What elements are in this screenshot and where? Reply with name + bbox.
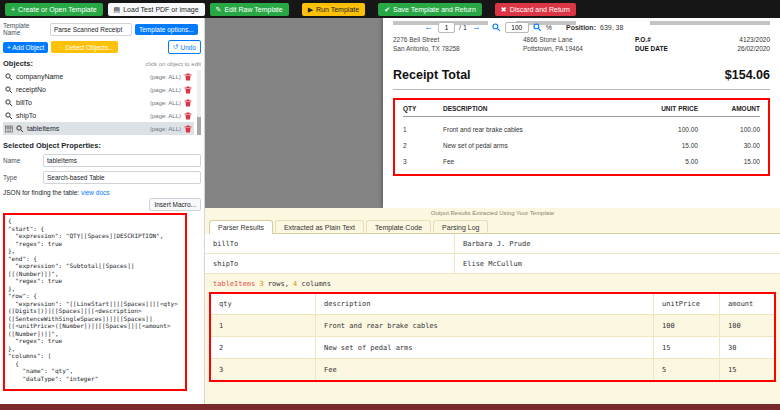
run-template-button[interactable]: ▶ Run Template [302, 3, 365, 16]
doc-table-row: 3 Fee 5.00 15.00 [403, 158, 760, 165]
template-name-label: Template Name [3, 22, 47, 36]
viewer-toolbar: ← / 1 → % Position: 639, 38 [423, 22, 623, 33]
due-date-value: 26/02/2020 [737, 44, 770, 53]
object-page-label: (page: ALL) [150, 113, 181, 119]
bottom-edge-bar [0, 404, 780, 410]
object-type-input [43, 171, 201, 184]
trash-icon[interactable] [184, 112, 192, 120]
load-test-pdf-button[interactable]: ▤ Load Test PDF or image [108, 3, 205, 16]
trash-icon[interactable] [184, 125, 192, 133]
object-name: billTo [16, 99, 32, 106]
object-row-billTo[interactable]: billTo (page: ALL) [3, 96, 194, 109]
parsed-fields: billTo Barbara J. Prude shipTo Elise McC… [205, 234, 780, 274]
search-icon [5, 99, 13, 107]
object-page-label: (page: ALL) [150, 126, 181, 132]
objects-hint: click on object to edit [145, 61, 201, 67]
type-field-label: Type [3, 174, 39, 181]
parsed-table-row: 1 Front and rear brake cables 100 100 [211, 314, 774, 336]
objects-list: companyName (page: ALL) receiptNo (page:… [3, 70, 201, 135]
play-icon: ▶ [308, 6, 313, 13]
object-row-tableItems[interactable]: tableItems (page: ALL) [3, 122, 194, 135]
zoom-out-icon[interactable] [492, 23, 501, 32]
view-docs-link[interactable]: view docs [81, 189, 110, 196]
document-page[interactable]: 2276 Bell Street San Antonio, TX 78258 4… [383, 18, 780, 208]
plus-icon: + [11, 6, 15, 13]
receipt-total-value: $154.06 [725, 68, 770, 82]
undo-label: Undo [180, 44, 196, 51]
save-icon: ✔ [384, 6, 390, 13]
objects-scrollbar[interactable] [197, 70, 201, 135]
selected-object-properties-title: Selected Object Properties: [3, 141, 201, 150]
top-toolbar: + Create or Open Template ▤ Load Test PD… [0, 0, 780, 18]
undo-button[interactable]: ↺ Undo [168, 40, 201, 54]
bill-address-line2: San Antonio, TX 78258 [393, 44, 523, 53]
run-label: Run Template [316, 6, 359, 13]
doc-table-row: 1 Front and rear brake cables 100.00 100… [403, 126, 760, 133]
next-page-button[interactable]: → [471, 23, 482, 32]
prev-page-button[interactable]: ← [423, 23, 434, 32]
detect-objects-button[interactable]: ⚡ Detect Objects... [51, 41, 117, 53]
doc-col-amount: AMOUNT [698, 105, 760, 112]
ship-address-line2: Pottstown, PA 19464 [523, 44, 635, 53]
po-number-value: 4123/2020 [739, 35, 770, 44]
edit-raw-template-button[interactable]: ✎ Edit Raw Template [210, 3, 289, 16]
object-name: tableItems [27, 125, 59, 132]
trash-icon[interactable] [184, 99, 192, 107]
page-number-input[interactable] [438, 22, 455, 33]
undo-icon: ↺ [173, 43, 178, 51]
col-qty: qty [211, 294, 316, 314]
template-options-button[interactable]: Template options... [135, 24, 198, 35]
parsed-table-row: 2 New set of pedal arms 15 30 [211, 336, 774, 358]
create-or-open-label: Create or Open Template [18, 6, 96, 13]
doc-col-qty: QTY [403, 105, 443, 112]
doc-col-unit-price: UNIT PRICE [626, 105, 698, 112]
col-description: description [316, 294, 654, 314]
tab-extracted-plain-text[interactable]: Extracted as Plain Text [275, 220, 364, 234]
parsed-table-row: 3 Fee 5 15 [211, 358, 774, 380]
position-label: Position: [566, 24, 596, 31]
detect-icon: ⚡ [55, 43, 63, 51]
object-row-shipTo[interactable]: shipTo (page: ALL) [3, 109, 194, 122]
parsed-table-header-row: qty description unitPrice amount [211, 294, 774, 314]
object-name-input[interactable] [43, 154, 201, 167]
object-row-companyName[interactable]: companyName (page: ALL) [3, 70, 194, 83]
load-test-label: Load Test PDF or image [123, 6, 198, 13]
add-object-button[interactable]: + Add Object [3, 42, 48, 53]
discard-button[interactable]: ✖ Discard and Return [495, 3, 576, 16]
save-template-button[interactable]: ✔ Save Template and Return [378, 3, 482, 16]
ship-address-line1: 4866 Stone Lane [523, 35, 635, 44]
object-page-label: (page: ALL) [150, 87, 181, 93]
document-items-table-highlight: QTY DESCRIPTION UNIT PRICE AMOUNT 1 Fron… [393, 98, 770, 176]
doc-table-header-row: QTY DESCRIPTION UNIT PRICE AMOUNT [403, 105, 760, 117]
zoom-level-input[interactable] [505, 22, 529, 33]
table-icon [5, 125, 13, 133]
col-amount: amount [720, 294, 774, 314]
search-icon [5, 112, 13, 120]
address-block: 2276 Bell Street San Antonio, TX 78258 4… [393, 35, 770, 53]
tab-parser-results[interactable]: Parser Results [209, 220, 273, 234]
trash-icon[interactable] [184, 86, 192, 94]
object-name: companyName [16, 73, 63, 80]
insert-macro-button[interactable]: Insert Macro... [149, 198, 201, 211]
field-row-shipTo: shipTo Elise McCullum [205, 254, 780, 274]
field-row-billTo: billTo Barbara J. Prude [205, 234, 780, 254]
field-key: shipTo [205, 254, 455, 273]
app-window: + Create or Open Template ▤ Load Test PD… [0, 0, 780, 410]
object-row-receiptNo[interactable]: receiptNo (page: ALL) [3, 83, 194, 96]
zoom-in-icon[interactable] [533, 23, 542, 32]
bill-address-line1: 2276 Bell Street [393, 35, 523, 44]
due-date-label: DUE DATE [635, 44, 668, 53]
tab-parsing-log[interactable]: Parsing Log [433, 220, 488, 234]
pencil-icon: ✎ [216, 6, 222, 13]
document-viewer: ← / 1 → % Position: 639, 38 2276 Bell St… [205, 18, 780, 208]
create-or-open-template-button[interactable]: + Create or Open Template [5, 3, 103, 16]
table-json-editor[interactable]: { "start": { "expression": "QTY[[Spaces]… [3, 213, 187, 391]
save-label: Save Template and Return [393, 6, 476, 13]
scrollbar-thumb[interactable] [197, 117, 201, 135]
trash-icon[interactable] [184, 73, 192, 81]
object-name: shipTo [16, 112, 36, 119]
tab-template-code[interactable]: Template Code [366, 220, 431, 234]
template-name-input[interactable] [50, 23, 132, 36]
doc-col-description: DESCRIPTION [443, 105, 626, 112]
zoom-unit-label: % [546, 24, 552, 31]
